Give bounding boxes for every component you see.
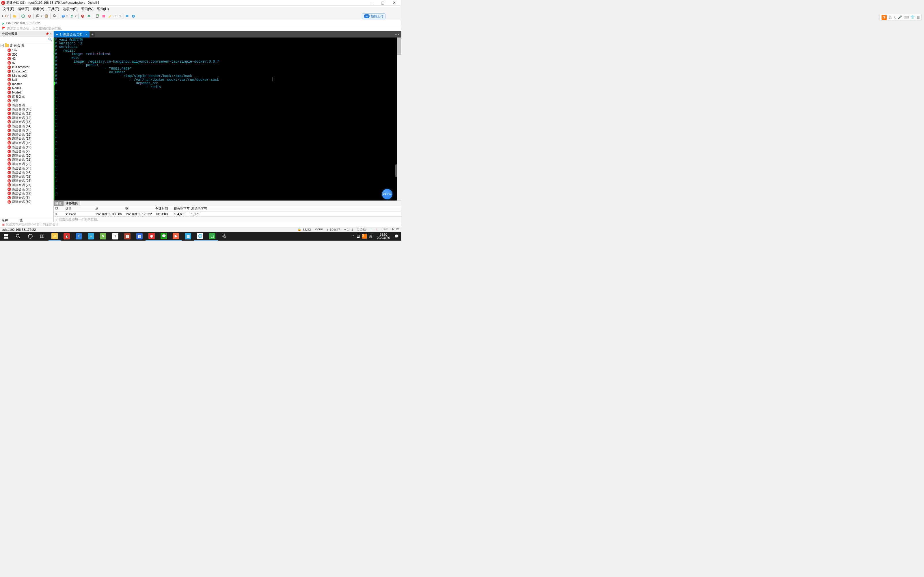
session-item[interactable]: 200 (0, 53, 53, 57)
scrollbar-thumb[interactable] (397, 37, 401, 55)
taskbar-app-6[interactable]: ▦ (121, 232, 133, 241)
taskbar-app-2[interactable]: T (73, 232, 85, 241)
menu-tools[interactable]: 工具(T) (47, 6, 60, 12)
session-item[interactable]: 新建会话 (12) (0, 116, 53, 120)
session-item[interactable]: 新建会话 (27) (0, 183, 53, 187)
taskbar-app-5[interactable]: T (109, 232, 121, 241)
taskbar-app-7[interactable]: ▧ (133, 232, 145, 241)
tab-active[interactable]: ● 1 新建会话 (31) × (54, 31, 89, 37)
session-item[interactable]: 197 (0, 48, 53, 53)
ime-toolbox-icon[interactable]: ▦ (916, 15, 920, 19)
col-from[interactable]: 从 (95, 206, 125, 211)
menu-help[interactable]: 帮助(H) (96, 6, 110, 12)
minimize-button[interactable]: ─ (365, 0, 377, 6)
copy-dropdown[interactable] (41, 16, 42, 17)
session-item[interactable]: 新建会话 (16) (0, 132, 53, 137)
panel-tab-tunnel[interactable]: 隧道 (54, 201, 64, 206)
tray-clock[interactable]: 14:50 2022/8/26 (375, 232, 393, 240)
taskbar-app-10[interactable]: ⬚ (206, 232, 218, 241)
xftp-button[interactable] (86, 13, 92, 19)
session-item[interactable]: master (0, 82, 53, 86)
new-session-dropdown[interactable] (7, 16, 9, 17)
col-to[interactable]: 到 (125, 206, 155, 211)
tab-close-icon[interactable]: × (85, 32, 87, 36)
taskbar-app-3[interactable]: ∞ (85, 232, 97, 241)
session-item[interactable]: 新建会话 (20) (0, 153, 53, 158)
maximize-button[interactable]: ▢ (377, 0, 388, 6)
globe-dropdown[interactable] (66, 16, 68, 17)
fullscreen-button[interactable] (124, 13, 130, 19)
tray-notifications-icon[interactable]: 💬 (394, 234, 399, 238)
compose-menu-icon[interactable]: ≡ (55, 218, 57, 221)
sidebar-search[interactable]: 🔍 (0, 37, 53, 42)
session-item[interactable]: Node2 (0, 90, 53, 95)
properties-button[interactable] (101, 13, 107, 19)
disconnect-button[interactable] (27, 13, 32, 19)
cortana-button[interactable] (24, 232, 36, 241)
menu-tabs[interactable]: 选项卡(B) (61, 6, 79, 12)
taskbar-explorer[interactable]: 📁 (48, 232, 61, 241)
taskbar-app-4[interactable]: ✎ (97, 232, 109, 241)
session-item[interactable]: 授课 (0, 99, 53, 103)
taskview-button[interactable] (36, 232, 48, 241)
tray-network-icon[interactable]: ⬓ (357, 234, 360, 238)
session-item[interactable]: Node1 (0, 86, 53, 90)
session-item[interactable]: 新建会话 (14) (0, 124, 53, 128)
tabstrip-menu-icon[interactable]: ▾ × (394, 33, 401, 36)
reconnect-button[interactable] (20, 13, 26, 19)
session-item[interactable]: 新建会话 (17) (0, 137, 53, 141)
highlight-button[interactable] (107, 13, 113, 19)
sidebar-close-icon[interactable]: ✕ (49, 32, 52, 35)
col-id[interactable]: ID (55, 206, 65, 211)
session-item[interactable]: 97 (0, 61, 53, 65)
session-item[interactable]: 42 (0, 56, 53, 61)
address-input[interactable] (6, 21, 399, 25)
xshell-launch-button[interactable] (80, 13, 86, 19)
session-item[interactable]: 新建会话 (18) (0, 141, 53, 145)
menu-file[interactable]: 文件(F) (2, 6, 15, 12)
session-item[interactable]: k8s node2 (0, 74, 53, 78)
session-item[interactable]: 新建会话 (22) (0, 162, 53, 166)
taskbar-app-8[interactable]: ▶ (170, 232, 182, 241)
security-button[interactable] (69, 13, 75, 19)
compose-bar[interactable]: ≡ 双击此处添加一个新的按钮。 (54, 216, 401, 222)
session-item[interactable]: 商务版本 (0, 95, 53, 99)
ime-toolbar[interactable]: S 英 •, 🎤 ⌨ 👕 ▦ (880, 14, 922, 21)
paste-button[interactable] (44, 13, 49, 19)
tab-add-button[interactable]: + (90, 32, 95, 37)
drag-upload-badge[interactable]: ∞ 拖拽上传 (362, 13, 386, 19)
session-item[interactable]: 新建会话 (0, 103, 53, 107)
table-row[interactable]: 0 session 192.168.65.38:586... 192.168.6… (54, 212, 401, 216)
view-button[interactable] (113, 13, 119, 19)
copy-button[interactable] (35, 13, 41, 19)
taskbar-app-1[interactable]: 🐧 (61, 232, 73, 241)
sidebar-pin-icon[interactable]: 📌 (45, 32, 49, 35)
tray-ime-icon[interactable]: S (362, 234, 367, 239)
session-item[interactable]: 新建会话 (24) (0, 170, 53, 174)
taskbar-chrome[interactable]: 🌐 (194, 232, 206, 241)
taskbar-wechat[interactable]: 💬 (158, 232, 170, 241)
ime-skin-icon[interactable]: 👕 (910, 15, 915, 19)
ime-keyboard-icon[interactable]: ⌨ (904, 15, 909, 19)
menu-window[interactable]: 窗口(W) (80, 6, 95, 12)
menu-view[interactable]: 查看(V) (31, 6, 45, 12)
terminal[interactable]: # yaml 配置实例# version: '3'# services:# re… (54, 37, 397, 200)
security-dropdown[interactable] (75, 16, 76, 17)
tray-lang[interactable]: 英 (369, 234, 373, 239)
help-button[interactable]: ? (131, 13, 136, 19)
session-item[interactable]: 新建会话 (13) (0, 120, 53, 124)
session-item[interactable]: 新建会话 (19) (0, 145, 53, 150)
ime-punct[interactable]: •, (894, 15, 896, 19)
ime-lang[interactable]: 英 (888, 15, 892, 20)
col-time[interactable]: 创建时间 (155, 206, 174, 211)
new-session-button[interactable] (1, 13, 7, 19)
col-tx[interactable]: 发送的字节 (191, 206, 208, 211)
menu-edit[interactable]: 编辑(E) (16, 6, 30, 12)
col-type[interactable]: 类型 (65, 206, 95, 211)
session-item[interactable]: 新建会话 (2) (0, 149, 53, 153)
session-item[interactable]: 新建会话 (23) (0, 166, 53, 171)
session-tree[interactable]: − 所有会话 1972004297k8s nmasterk8s node1k8s… (0, 42, 53, 218)
session-item[interactable]: 新建会话 (26) (0, 179, 53, 183)
ime-logo-icon[interactable]: S (882, 15, 887, 20)
terminal-scrollbar[interactable] (397, 37, 401, 200)
